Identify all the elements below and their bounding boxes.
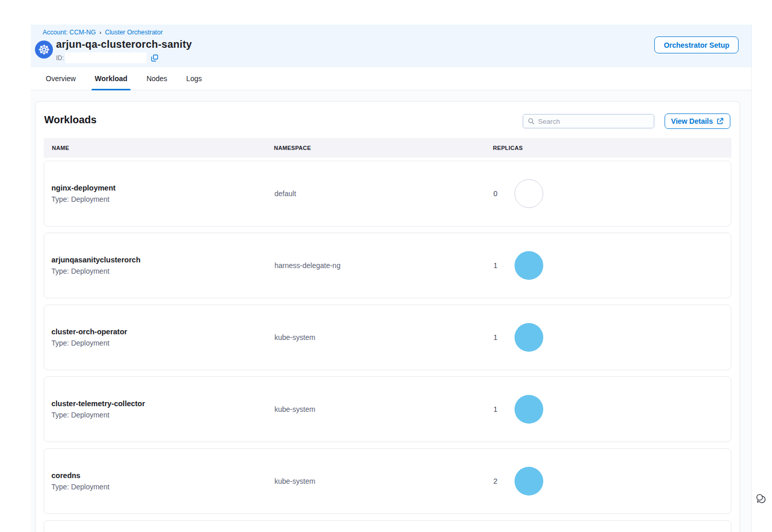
workload-type: Type: Deployment <box>51 411 145 419</box>
column-header-namespace: NAMESPACE <box>274 145 311 151</box>
workload-namespace: kube-system <box>274 333 315 341</box>
replicas-indicator <box>514 395 543 424</box>
tab-logs[interactable]: Logs <box>183 67 205 90</box>
workloads-card-header: Workloads View Details <box>35 102 740 138</box>
replicas-count: 0 <box>493 189 514 198</box>
workload-replicas-cell: 2 <box>493 467 543 496</box>
tab-workload[interactable]: Workload <box>91 67 131 90</box>
orchestrator-setup-button[interactable]: Orchestrator Setup <box>654 36 739 53</box>
tab-bar: Overview Workload Nodes Logs <box>31 67 751 90</box>
page-title: arjun-qa-clusterorch-sanity <box>56 39 192 50</box>
copy-id-button[interactable] <box>151 54 158 62</box>
page-header: Account: CCM-NG › Cluster Orchestrator ☸… <box>31 25 751 67</box>
tab-overview[interactable]: Overview <box>43 67 79 90</box>
workload-namespace: kube-system <box>274 477 315 485</box>
column-header-replicas: REPLICAS <box>493 145 523 151</box>
search-input[interactable] <box>538 118 649 125</box>
workload-type: Type: Deployment <box>51 339 127 347</box>
breadcrumb-separator-icon: › <box>100 29 102 35</box>
replicas-count: 1 <box>493 261 514 270</box>
workloads-title: Workloads <box>44 114 97 126</box>
workload-name: cluster-telemetry-collector <box>51 400 145 408</box>
tab-nodes[interactable]: Nodes <box>143 67 170 90</box>
page: Account: CCM-NG › Cluster Orchestrator ☸… <box>0 0 772 532</box>
workload-name-cell: coredns Type: Deployment <box>51 471 109 491</box>
cluster-id-label: ID: <box>56 54 64 62</box>
breadcrumb-account-link[interactable]: Account: CCM-NG <box>43 29 96 36</box>
page-body: Workloads View Details <box>31 90 751 532</box>
replicas-indicator <box>514 323 543 352</box>
workload-replicas-cell: 1 <box>493 251 543 280</box>
cluster-orchestrator-app: Account: CCM-NG › Cluster Orchestrator ☸… <box>31 25 752 532</box>
chat-bubbles-icon <box>754 491 768 506</box>
workload-type: Type: Deployment <box>51 195 116 203</box>
workloads-search[interactable] <box>523 114 654 128</box>
replicas-count: 1 <box>493 333 514 341</box>
cluster-id-value-redacted <box>65 52 146 63</box>
breadcrumb-section-link[interactable]: Cluster Orchestrator <box>105 29 163 36</box>
table-row-partial[interactable] <box>44 520 731 532</box>
workload-name: cluster-orch-operator <box>51 328 127 336</box>
kubernetes-wheel-glyph: ☸ <box>38 43 50 56</box>
workload-name-cell: arjunqasanityclusterorch Type: Deploymen… <box>51 256 140 275</box>
workload-replicas-cell: 1 <box>493 323 543 352</box>
copy-icon <box>151 54 158 62</box>
workload-name-cell: cluster-orch-operator Type: Deployment <box>51 328 127 347</box>
column-header-name: NAME <box>52 145 69 151</box>
view-details-button[interactable]: View Details <box>665 113 730 129</box>
workload-type: Type: Deployment <box>51 267 140 275</box>
cluster-id-row: ID: <box>56 52 158 63</box>
workload-namespace: harness-delegate-ng <box>274 261 340 270</box>
table-row[interactable]: arjunqasanityclusterorch Type: Deploymen… <box>44 233 731 298</box>
workload-name: coredns <box>51 471 109 480</box>
workload-name: nginx-deployment <box>51 184 116 192</box>
search-icon <box>528 118 535 125</box>
replicas-indicator <box>514 251 543 280</box>
workload-name-cell: nginx-deployment Type: Deployment <box>51 184 116 203</box>
workload-replicas-cell: 0 <box>493 179 543 208</box>
workload-type: Type: Deployment <box>51 483 109 491</box>
kubernetes-icon: ☸ <box>35 41 53 59</box>
workload-rows: nginx-deployment Type: Deployment defaul… <box>44 161 731 532</box>
table-row[interactable]: nginx-deployment Type: Deployment defaul… <box>44 161 731 226</box>
chat-help-button[interactable] <box>754 491 768 506</box>
external-link-icon <box>716 118 724 125</box>
replicas-indicator <box>514 467 543 496</box>
breadcrumb: Account: CCM-NG › Cluster Orchestrator <box>43 29 163 36</box>
replicas-count: 2 <box>493 477 514 485</box>
workload-name-cell: cluster-telemetry-collector Type: Deploy… <box>51 400 145 419</box>
workload-name: arjunqasanityclusterorch <box>51 256 140 264</box>
workload-namespace: kube-system <box>274 405 315 413</box>
table-row[interactable]: coredns Type: Deployment kube-system 2 <box>44 448 731 514</box>
workloads-card: Workloads View Details <box>35 101 740 532</box>
replicas-indicator <box>514 179 543 208</box>
view-details-label: View Details <box>671 117 713 125</box>
table-row[interactable]: cluster-telemetry-collector Type: Deploy… <box>44 376 731 442</box>
table-row[interactable]: cluster-orch-operator Type: Deployment k… <box>44 305 731 370</box>
workload-replicas-cell: 1 <box>493 395 543 424</box>
workload-namespace: default <box>274 189 296 198</box>
table-header: NAME NAMESPACE REPLICAS <box>44 138 731 158</box>
replicas-count: 1 <box>493 405 514 413</box>
